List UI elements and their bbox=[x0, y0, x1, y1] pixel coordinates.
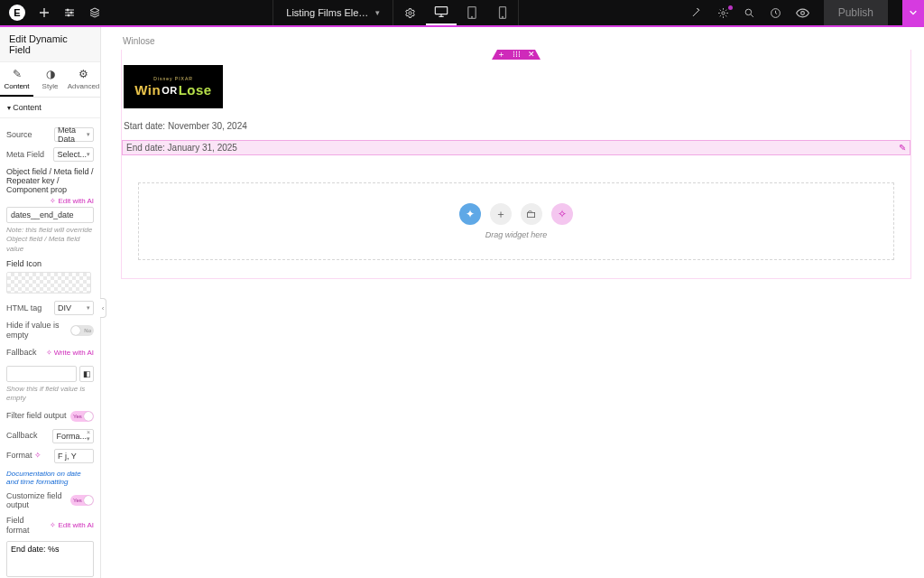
end-date-text: End date: January 31, 2025 bbox=[126, 143, 237, 153]
chevron-down-icon: ▾ bbox=[87, 304, 90, 312]
chevron-down-icon: ▾ bbox=[375, 8, 380, 17]
customize-label: Customize field output bbox=[6, 491, 67, 511]
tab-style[interactable]: ◑Style bbox=[33, 62, 67, 97]
finder-icon[interactable] bbox=[744, 7, 755, 19]
dropzone-folder-icon[interactable]: 🗀 bbox=[521, 203, 542, 225]
chevron-down-icon: ▾ bbox=[87, 151, 90, 158]
collapse-button[interactable]: ‹ bbox=[100, 298, 106, 318]
tab-content[interactable]: ✎Content bbox=[0, 62, 33, 97]
fallback-dynamic-icon[interactable]: ◧ bbox=[79, 366, 94, 382]
metafield-select[interactable]: Select...▾ bbox=[53, 147, 94, 162]
objectfield-note: Note: this field will override Object fi… bbox=[6, 226, 94, 254]
htmltag-select[interactable]: DIV▾ bbox=[54, 301, 94, 315]
device-mobile[interactable] bbox=[487, 0, 518, 25]
filter-label: Filter field output bbox=[6, 411, 67, 421]
poster-or: OR bbox=[161, 85, 179, 96]
featured-image: Disney PIXAR WinORLose bbox=[124, 65, 223, 108]
svg-point-0 bbox=[67, 9, 69, 11]
panel-title: Edit Dynamic Field bbox=[0, 27, 100, 62]
panel-collapse-handle: ‹ bbox=[101, 27, 108, 578]
fallback-note: Show this if field value is empty bbox=[6, 385, 94, 404]
settings-sliders-icon[interactable] bbox=[63, 6, 76, 19]
pencil-icon: ✎ bbox=[0, 68, 33, 80]
svg-point-2 bbox=[68, 14, 69, 16]
device-desktop[interactable] bbox=[426, 0, 457, 25]
section-drag-icon[interactable]: ⁞⁞⁞ bbox=[513, 51, 521, 59]
dropzone-sparkle-icon[interactable]: ✧ bbox=[551, 203, 573, 225]
publish-options-toggle[interactable] bbox=[902, 0, 924, 25]
topbar: E Listing Films Ele… ▾ Publish bbox=[0, 0, 924, 25]
customize-toggle[interactable]: Yes bbox=[70, 495, 94, 506]
edit-with-ai-link-2[interactable]: ✧ Edit with AI bbox=[50, 521, 94, 529]
fieldformat-label: Field format bbox=[6, 516, 46, 536]
fieldicon-label: Field Icon bbox=[6, 259, 94, 268]
history-icon[interactable] bbox=[770, 7, 781, 19]
hideempty-label: Hide if value is empty bbox=[6, 321, 67, 340]
device-tablet[interactable] bbox=[457, 0, 487, 25]
responsive-devices bbox=[426, 0, 519, 25]
poster-brand: Disney PIXAR bbox=[153, 76, 193, 81]
svg-point-10 bbox=[745, 9, 752, 15]
panel-tabs: ✎Content ◑Style ⚙Advanced bbox=[0, 62, 100, 98]
document-title: Listing Films Ele… bbox=[286, 7, 368, 18]
add-icon[interactable] bbox=[38, 6, 51, 19]
hideempty-toggle[interactable]: No bbox=[70, 325, 94, 336]
elementor-logo[interactable]: E bbox=[9, 5, 25, 21]
fieldicon-picker[interactable] bbox=[6, 272, 91, 294]
date-docs-link[interactable]: Documentation on date and time formattin… bbox=[6, 470, 94, 486]
section-handle[interactable]: ＋ ⁞⁞⁞ ✕ bbox=[492, 50, 541, 60]
objectfield-input[interactable] bbox=[6, 207, 94, 223]
format-input[interactable] bbox=[54, 449, 94, 463]
callback-label: Callback bbox=[6, 431, 49, 441]
poster-lose: Lose bbox=[179, 82, 212, 98]
preview-icon[interactable] bbox=[796, 7, 809, 19]
fieldformat-input[interactable] bbox=[6, 541, 94, 577]
dropzone-add-icon[interactable]: ＋ bbox=[490, 203, 512, 225]
editor-sidebar: Edit Dynamic Field ✎Content ◑Style ⚙Adva… bbox=[0, 27, 101, 578]
breadcrumb: Winlose bbox=[121, 34, 911, 50]
whats-new-icon[interactable] bbox=[717, 7, 729, 19]
objectfield-label: Object field / Meta field / Repeater key… bbox=[6, 167, 94, 194]
tab-advanced[interactable]: ⚙Advanced bbox=[67, 62, 100, 97]
dropzone-ai-icon[interactable]: ✦ bbox=[459, 203, 481, 225]
chevron-down-icon: ▾ bbox=[87, 131, 90, 138]
svg-point-3 bbox=[409, 11, 411, 14]
end-date-field-selected[interactable]: End date: January 31, 2025 ✎ bbox=[122, 140, 910, 155]
source-label: Source bbox=[6, 130, 51, 140]
write-with-ai-link[interactable]: ✧ Write with AI bbox=[46, 349, 94, 357]
dropzone-hint: Drag widget here bbox=[485, 230, 548, 239]
layers-icon[interactable] bbox=[88, 6, 101, 19]
start-date-field[interactable]: Start date: November 30, 2024 bbox=[122, 119, 910, 140]
section-content[interactable]: Content bbox=[0, 98, 100, 118]
poster-win: Win bbox=[134, 82, 161, 98]
page-settings-icon[interactable] bbox=[393, 7, 426, 19]
source-select[interactable]: Meta Data▾ bbox=[54, 127, 94, 142]
svg-point-9 bbox=[722, 11, 725, 14]
format-label: Format ✧ bbox=[6, 451, 51, 461]
svg-point-12 bbox=[800, 11, 804, 14]
droplet-icon: ◑ bbox=[33, 68, 67, 80]
fallback-label: Fallback bbox=[6, 348, 42, 358]
document-selector[interactable]: Listing Films Ele… ▾ bbox=[273, 0, 393, 25]
edit-widget-icon[interactable]: ✎ bbox=[899, 143, 906, 153]
section-close-icon[interactable]: ✕ bbox=[528, 51, 535, 59]
htmltag-label: HTML tag bbox=[6, 303, 51, 313]
metafield-label: Meta Field bbox=[6, 150, 50, 160]
svg-point-8 bbox=[503, 16, 504, 17]
preview-canvas: Winlose ＋ ⁞⁞⁞ ✕ Disney PIXAR WinORLose S… bbox=[108, 27, 924, 578]
svg-rect-4 bbox=[436, 7, 448, 14]
callback-select[interactable]: Forma...× ▾ bbox=[52, 429, 94, 443]
gear-icon: ⚙ bbox=[67, 68, 100, 80]
svg-point-6 bbox=[472, 16, 473, 17]
svg-point-1 bbox=[70, 12, 72, 14]
edit-with-ai-link[interactable]: ✧ Edit with AI bbox=[50, 197, 94, 205]
fallback-input[interactable] bbox=[6, 366, 77, 382]
section-add-icon[interactable]: ＋ bbox=[497, 51, 505, 59]
theme-builder-icon[interactable] bbox=[691, 7, 703, 19]
drop-zone[interactable]: ✦ ＋ 🗀 ✧ Drag widget here bbox=[138, 182, 894, 260]
publish-button[interactable]: Publish bbox=[824, 0, 888, 25]
filter-toggle[interactable]: Yes bbox=[70, 411, 94, 422]
